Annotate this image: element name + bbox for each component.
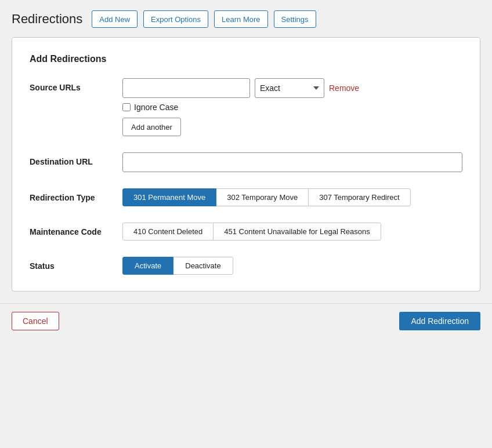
redirect-type-301-button[interactable]: 301 Permanent Move — [122, 188, 216, 206]
source-url-input-row: Exact Regex Contains Remove — [122, 78, 462, 98]
source-urls-content: Exact Regex Contains Remove Ignore Case … — [122, 78, 462, 136]
redirection-type-row: Redirection Type 301 Permanent Move 302 … — [30, 188, 462, 206]
source-urls-label: Source URLs — [30, 78, 122, 92]
redirect-type-302-button[interactable]: 302 Temporary Move — [216, 188, 309, 206]
settings-button[interactable]: Settings — [274, 10, 316, 28]
redirection-type-content: 301 Permanent Move 302 Temporary Move 30… — [122, 188, 462, 206]
ignore-case-row: Ignore Case — [122, 103, 462, 112]
activate-button[interactable]: Activate — [122, 257, 173, 275]
deactivate-button[interactable]: Deactivate — [173, 257, 233, 275]
destination-url-input[interactable] — [122, 152, 462, 172]
remove-button[interactable]: Remove — [329, 83, 359, 93]
maintenance-code-content: 410 Content Deleted 451 Content Unavaila… — [122, 223, 462, 241]
page-header: Redirections Add New Export Options Lear… — [0, 0, 492, 37]
cancel-button[interactable]: Cancel — [12, 312, 59, 330]
maintenance-code-row: Maintenance Code 410 Content Deleted 451… — [30, 223, 462, 241]
source-urls-row: Source URLs Exact Regex Contains Remove … — [30, 78, 462, 136]
add-another-button[interactable]: Add another — [122, 118, 181, 136]
maintenance-410-button[interactable]: 410 Content Deleted — [122, 223, 214, 241]
card-title: Add Redirections — [30, 54, 462, 64]
add-redirections-card: Add Redirections Source URLs Exact Regex… — [12, 37, 480, 292]
ignore-case-checkbox[interactable] — [122, 103, 131, 111]
source-url-input[interactable] — [122, 78, 250, 98]
status-label: Status — [30, 257, 122, 271]
maintenance-451-button[interactable]: 451 Content Unavailable for Legal Reason… — [213, 223, 381, 241]
add-new-button[interactable]: Add New — [92, 10, 138, 28]
ignore-case-label: Ignore Case — [134, 103, 178, 112]
destination-url-content — [122, 152, 462, 172]
status-btn-group: Activate Deactivate — [122, 257, 462, 275]
destination-url-row: Destination URL — [30, 152, 462, 172]
maintenance-code-label: Maintenance Code — [30, 223, 122, 236]
footer-bar: Cancel Add Redirection — [0, 303, 492, 338]
page-title: Redirections — [12, 12, 82, 27]
redirection-type-btn-group: 301 Permanent Move 302 Temporary Move 30… — [122, 188, 462, 206]
destination-url-label: Destination URL — [30, 152, 122, 166]
match-type-select[interactable]: Exact Regex Contains — [255, 78, 324, 98]
status-content: Activate Deactivate — [122, 257, 462, 275]
export-options-button[interactable]: Export Options — [143, 10, 208, 28]
redirection-type-label: Redirection Type — [30, 188, 122, 202]
redirect-type-307-button[interactable]: 307 Temporary Redirect — [308, 188, 411, 206]
add-redirection-button[interactable]: Add Redirection — [399, 312, 480, 330]
status-row: Status Activate Deactivate — [30, 257, 462, 275]
maintenance-code-btn-group: 410 Content Deleted 451 Content Unavaila… — [122, 223, 462, 241]
learn-more-button[interactable]: Learn More — [214, 10, 267, 28]
